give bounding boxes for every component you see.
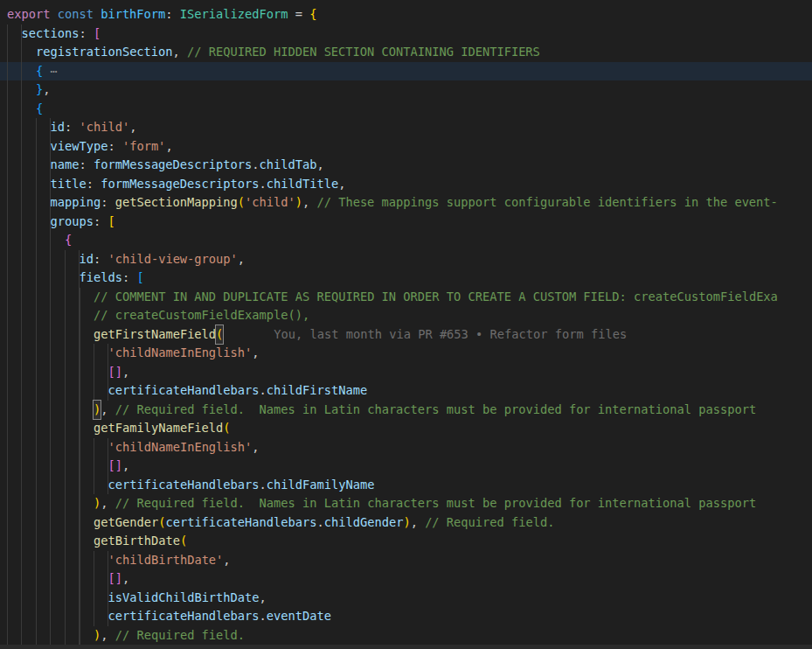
punctuation-token: ,	[43, 80, 50, 100]
code-line[interactable]: ), // Required field. Names in Latin cha…	[0, 401, 812, 420]
punctuation-token: ,	[165, 137, 172, 157]
code-line[interactable]: 'childNameInEnglish',	[0, 438, 812, 457]
variable-token: birthForm	[101, 5, 165, 24]
punctuation-token: ,	[223, 551, 230, 570]
comment-token: // Required field. Names in Latin charac…	[115, 401, 756, 420]
identifier-token: formMessageDescriptors	[101, 175, 259, 194]
punctuation-token: ,	[173, 43, 187, 62]
punctuation-token: ,	[252, 438, 259, 457]
indent-guides	[7, 80, 36, 100]
code-line[interactable]: sections: [	[0, 24, 812, 44]
identifier-token: childGender	[324, 513, 404, 533]
code-line[interactable]: id: 'child-view-group',	[0, 250, 812, 269]
code-line[interactable]: [],	[0, 569, 812, 589]
indent-guides	[7, 569, 108, 589]
punctuation-token: :	[108, 137, 121, 157]
bracket-token: (	[216, 325, 223, 345]
identifier-token: childFirstName	[267, 381, 367, 401]
indent-guides	[7, 551, 108, 570]
indent-guides	[7, 43, 36, 62]
code-line[interactable]: fields: [	[0, 269, 812, 288]
string-token: 'child'	[245, 193, 295, 213]
code-line[interactable]: // COMMENT IN AND DUPLICATE AS REQUIRED …	[0, 288, 812, 307]
punctuation-token: :	[65, 118, 79, 137]
indent-guides	[7, 344, 108, 363]
indent-guides	[7, 419, 94, 438]
identifier-token: title	[51, 175, 87, 194]
identifier-token: viewType	[51, 137, 108, 157]
string-token: 'childNameInEnglish'	[108, 438, 253, 457]
punctuation-token: ,	[101, 626, 115, 646]
code-line[interactable]: {	[0, 231, 812, 250]
code-line[interactable]: certificateHandlebars.childFirstName	[0, 381, 812, 401]
punctuation-token: :	[87, 175, 101, 194]
indent-guides	[7, 137, 51, 157]
keyword-token: const	[58, 5, 94, 24]
inline-blame-annotation[interactable]: You, last month via PR #653 • Refactor f…	[274, 327, 627, 341]
identifier-token: certificateHandlebars	[108, 381, 260, 401]
identifier-token: certificateHandlebars	[108, 476, 260, 495]
code-line[interactable]: getGender(certificateHandlebars.childGen…	[0, 513, 812, 533]
identifier-token: eventDate	[267, 607, 331, 626]
indent-guides	[7, 288, 94, 307]
identifier-token: certificateHandlebars	[108, 607, 260, 626]
code-line[interactable]: certificateHandlebars.childFamilyName	[0, 476, 812, 495]
punctuation-token: :	[79, 24, 93, 44]
identifier-token: sections	[22, 24, 80, 44]
code-line[interactable]: registrationSection, // REQUIRED HIDDEN …	[0, 43, 812, 62]
identifier-token: certificateHandlebars	[165, 513, 316, 533]
fold-ellipsis-icon[interactable]: ⋯	[51, 62, 58, 81]
code-line[interactable]: title: formMessageDescriptors.childTitle…	[0, 175, 812, 194]
string-token: 'child'	[79, 118, 129, 137]
code-line[interactable]: name: formMessageDescriptors.childTab,	[0, 156, 812, 175]
code-line[interactable]: certificateHandlebars.eventDate	[0, 607, 812, 626]
identifier-token: registrationSection	[36, 43, 173, 62]
code-line[interactable]: // createCustomFieldExample(),	[0, 306, 812, 325]
punctuation-token: ,	[129, 118, 136, 137]
punctuation-token	[94, 5, 101, 24]
code-line[interactable]: getBirthDate(	[0, 532, 812, 551]
punctuation-token: ,	[101, 401, 115, 420]
code-line[interactable]: export const birthForm: ISerializedForm …	[0, 5, 812, 24]
code-line[interactable]: viewType: 'form',	[0, 137, 812, 157]
type-token: ISerializedForm	[180, 5, 288, 24]
code-line[interactable]: isValidChildBirthDate,	[0, 589, 812, 608]
identifier-token: id	[51, 118, 65, 137]
code-line[interactable]: mapping: getSectionMapping('child'), // …	[0, 193, 812, 213]
indent-guides	[7, 118, 51, 137]
code-line[interactable]: [],	[0, 363, 812, 382]
horizontal-scrollbar[interactable]	[0, 645, 812, 649]
function-token: getSectionMapping	[115, 193, 238, 213]
punctuation-token: ,	[122, 569, 129, 589]
code-line[interactable]: },	[0, 80, 812, 100]
indent-guides	[7, 401, 94, 420]
identifier-token: id	[80, 250, 94, 269]
bracket-token: }	[36, 80, 43, 100]
code-line-selected[interactable]: { ⋯	[0, 62, 812, 81]
identifier-token: formMessageDescriptors	[94, 156, 252, 175]
indent-guides	[7, 626, 94, 646]
code-line[interactable]: groups: [	[0, 213, 812, 232]
bracket-token: )	[94, 626, 101, 646]
code-line[interactable]: {	[0, 100, 812, 119]
code-line[interactable]: 'childNameInEnglish',	[0, 344, 812, 363]
punctuation-token: ,	[411, 513, 425, 533]
code-line[interactable]: ), // Required field. Names in Latin cha…	[0, 494, 812, 513]
function-token: getBirthDate	[94, 532, 180, 551]
punctuation-token: .	[260, 381, 267, 401]
code-line[interactable]: getFamilyNameField(	[0, 419, 812, 438]
code-editor[interactable]: export const birthForm: ISerializedForm …	[0, 0, 812, 649]
bracket-token: (	[238, 193, 245, 213]
bracket-token: {	[65, 231, 72, 250]
code-line[interactable]: [],	[0, 457, 812, 476]
bracket-token: []	[108, 457, 122, 476]
code-line[interactable]: ), // Required field.	[0, 626, 812, 646]
code-line[interactable]: id: 'child',	[0, 118, 812, 137]
identifier-token: name	[51, 156, 80, 175]
comment-token: // Required field.	[425, 513, 554, 533]
identifier-token: fields	[80, 269, 122, 288]
code-line[interactable]: 'childBirthDate',	[0, 551, 812, 570]
code-line[interactable]: getFirstNameField(You, last month via PR…	[0, 325, 812, 345]
indent-guides	[7, 100, 36, 119]
string-token: 'childNameInEnglish'	[108, 344, 253, 363]
